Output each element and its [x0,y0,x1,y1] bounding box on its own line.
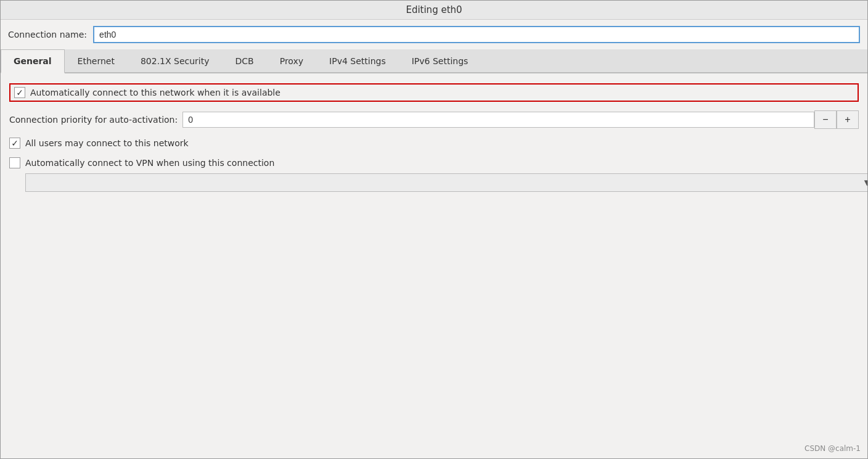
tab-ipv4-settings[interactable]: IPv4 Settings [316,49,399,72]
vpn-dropdown-wrapper: ▼ [25,173,867,192]
connection-name-row: Connection name: [1,20,867,49]
tab-proxy[interactable]: Proxy [267,49,316,72]
tab-ipv6-settings[interactable]: IPv6 Settings [399,49,481,72]
auto-connect-checkbox[interactable] [14,87,25,98]
vpn-auto-connect-checkbox[interactable] [9,157,20,168]
all-users-text: All users may connect to this network [25,138,189,148]
dialog-title: Editing eth0 [406,4,462,15]
priority-increase-button[interactable]: + [837,110,859,129]
priority-decrease-button[interactable]: − [814,110,837,129]
watermark: CSDN @calm-1 [805,444,861,453]
tab-8021x-security[interactable]: 802.1X Security [128,49,223,72]
tabs-bar: General Ethernet 802.1X Security DCB Pro… [1,49,867,73]
priority-label: Connection priority for auto-activation: [9,115,178,125]
tab-general[interactable]: General [1,49,65,73]
all-users-checkbox[interactable] [9,138,20,149]
tab-dcb[interactable]: DCB [223,49,267,72]
dialog-window: Editing eth0 Connection name: General Et… [0,0,868,459]
tab-ethernet[interactable]: Ethernet [65,49,128,72]
auto-connect-text: Automatically connect to this network wh… [30,88,280,97]
title-bar: Editing eth0 [1,1,867,20]
all-users-label[interactable]: All users may connect to this network [9,138,859,149]
connection-name-input[interactable] [93,26,860,43]
auto-connect-label[interactable]: Automatically connect to this network wh… [9,83,859,102]
tab-content-general: Automatically connect to this network wh… [1,73,867,458]
connection-name-label: Connection name: [8,30,87,39]
vpn-dropdown[interactable] [25,173,867,192]
vpn-auto-connect-label[interactable]: Automatically connect to VPN when using … [9,157,859,168]
vpn-auto-connect-text: Automatically connect to VPN when using … [25,158,274,168]
priority-input[interactable] [182,112,814,128]
priority-input-group: − + [182,110,859,129]
priority-row: Connection priority for auto-activation:… [9,110,859,129]
